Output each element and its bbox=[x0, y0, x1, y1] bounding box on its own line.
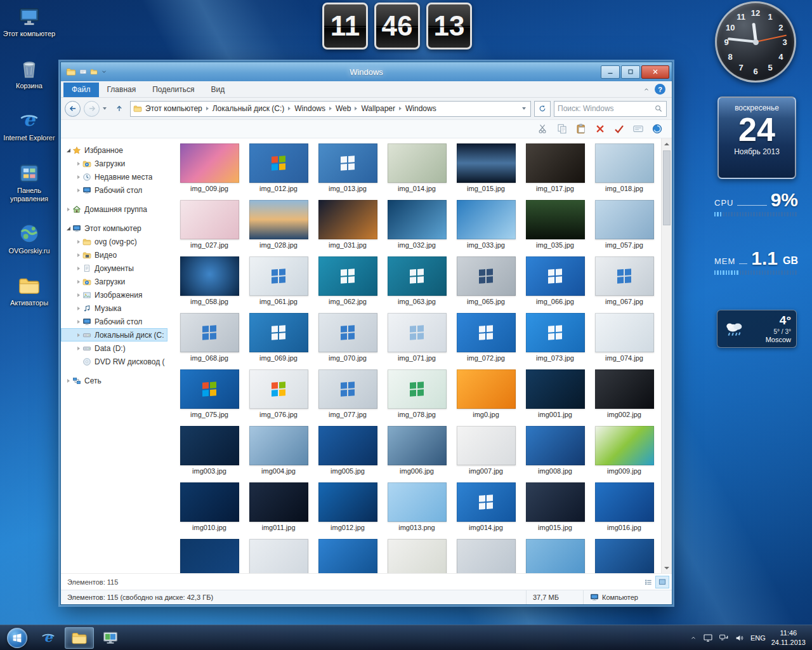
scroll-up-arrow[interactable] bbox=[662, 138, 672, 149]
file-thumbnail[interactable] bbox=[180, 143, 239, 183]
scroll-down-arrow[interactable] bbox=[662, 562, 672, 573]
file-thumbnail[interactable] bbox=[595, 426, 654, 465]
sidebar-item[interactable]: Музыка bbox=[61, 302, 167, 315]
file-thumbnail[interactable] bbox=[457, 143, 516, 183]
file-item[interactable] bbox=[384, 539, 450, 573]
sidebar-item[interactable]: Рабочий стол bbox=[61, 183, 167, 197]
file-item[interactable]: img_078.jpg bbox=[384, 369, 450, 418]
recent-pages-chevron-icon[interactable] bbox=[103, 106, 108, 112]
expanded-chevron-icon[interactable] bbox=[65, 149, 72, 152]
paste-button[interactable] bbox=[575, 123, 587, 135]
file-item[interactable]: img_069.jpg bbox=[246, 313, 311, 362]
copy-button[interactable] bbox=[556, 123, 568, 135]
breadcrumb-segment[interactable]: Локальный диск (C:) bbox=[209, 103, 288, 114]
sidebar-item[interactable]: Этот компьютер bbox=[61, 222, 167, 235]
file-thumbnail[interactable] bbox=[318, 426, 377, 465]
start-button[interactable] bbox=[3, 626, 32, 650]
file-thumbnail[interactable] bbox=[388, 369, 447, 409]
file-thumbnail[interactable] bbox=[526, 539, 585, 573]
apply-button[interactable] bbox=[613, 123, 625, 135]
file-item[interactable]: img006.jpg bbox=[384, 426, 450, 475]
file-item[interactable]: img013.png bbox=[384, 482, 450, 531]
collapsed-chevron-icon[interactable] bbox=[75, 347, 82, 350]
file-thumbnail[interactable] bbox=[526, 256, 585, 296]
cut-button[interactable] bbox=[537, 123, 549, 135]
collapsed-chevron-icon[interactable] bbox=[65, 208, 72, 211]
file-thumbnail[interactable] bbox=[180, 256, 239, 296]
file-item[interactable] bbox=[522, 539, 588, 573]
collapsed-chevron-icon[interactable] bbox=[75, 162, 82, 166]
details-view-button[interactable] bbox=[641, 576, 655, 588]
search-input[interactable] bbox=[558, 104, 654, 113]
language-indicator[interactable]: ENG bbox=[750, 634, 766, 642]
file-item[interactable] bbox=[246, 539, 311, 573]
file-item[interactable]: img_033.jpg bbox=[453, 200, 519, 249]
sidebar-item[interactable]: Недавние места bbox=[61, 170, 167, 183]
vertical-scrollbar[interactable] bbox=[661, 138, 672, 573]
file-item[interactable] bbox=[176, 539, 242, 573]
sidebar-item[interactable]: Домашняя группа bbox=[61, 202, 167, 216]
file-item[interactable]: img_072.jpg bbox=[453, 313, 519, 362]
file-thumbnail[interactable] bbox=[388, 200, 447, 239]
help-button[interactable]: ? bbox=[655, 84, 665, 95]
file-thumbnail[interactable] bbox=[595, 369, 654, 409]
file-thumbnail[interactable] bbox=[526, 143, 585, 183]
file-item[interactable]: img_013.jpg bbox=[315, 143, 381, 192]
file-thumbnail[interactable] bbox=[457, 539, 516, 573]
taskbar-internet-explorer-button[interactable]: e bbox=[34, 627, 63, 649]
taskbar-file-explorer-button[interactable] bbox=[65, 627, 94, 649]
title-bar[interactable]: Windows bbox=[61, 62, 672, 81]
desktop-icon-control-panel[interactable]: Панель управления bbox=[3, 162, 56, 203]
file-thumbnail[interactable] bbox=[388, 256, 447, 296]
file-thumbnail[interactable] bbox=[595, 539, 654, 573]
up-button[interactable] bbox=[112, 101, 127, 116]
back-button[interactable] bbox=[65, 101, 81, 117]
file-item[interactable]: img_071.jpg bbox=[384, 313, 450, 362]
breadcrumb-segment[interactable]: Этот компьютер bbox=[142, 103, 206, 114]
file-item[interactable]: img007.jpg bbox=[453, 426, 519, 475]
file-thumbnail[interactable] bbox=[457, 313, 516, 352]
file-thumbnail[interactable] bbox=[180, 426, 239, 465]
file-thumbnail[interactable] bbox=[526, 426, 585, 465]
file-thumbnail[interactable] bbox=[388, 539, 447, 573]
collapsed-chevron-icon[interactable] bbox=[65, 379, 72, 383]
file-thumbnail[interactable] bbox=[318, 539, 377, 573]
file-thumbnail[interactable] bbox=[249, 143, 308, 183]
forward-button[interactable] bbox=[84, 101, 100, 117]
collapsed-chevron-icon[interactable] bbox=[75, 333, 82, 337]
breadcrumb-segment[interactable]: Web bbox=[332, 103, 354, 114]
collapsed-chevron-icon[interactable] bbox=[75, 307, 82, 310]
taskbar-display-app-button[interactable] bbox=[96, 627, 125, 649]
file-item[interactable]: img002.jpg bbox=[591, 369, 657, 418]
collapsed-chevron-icon[interactable] bbox=[75, 293, 82, 297]
file-item[interactable]: img003.jpg bbox=[176, 426, 242, 475]
qat-dropdown-chevron-icon[interactable] bbox=[101, 69, 107, 75]
file-thumbnail[interactable] bbox=[318, 369, 377, 409]
refresh-button[interactable] bbox=[534, 101, 551, 117]
file-item[interactable]: img_017.jpg bbox=[522, 143, 588, 192]
sidebar-item[interactable]: Документы bbox=[61, 262, 167, 275]
file-thumbnail[interactable] bbox=[318, 200, 377, 239]
collapsed-chevron-icon[interactable] bbox=[75, 320, 82, 324]
file-thumbnail[interactable] bbox=[526, 313, 585, 352]
file-thumbnail[interactable] bbox=[595, 256, 654, 296]
maximize-button[interactable] bbox=[621, 65, 640, 79]
file-item[interactable]: img_061.jpg bbox=[246, 256, 311, 305]
file-thumbnail[interactable] bbox=[180, 369, 239, 409]
breadcrumb-segment[interactable]: Wallpaper bbox=[358, 103, 398, 114]
file-thumbnail[interactable] bbox=[388, 426, 447, 465]
file-item[interactable] bbox=[315, 539, 381, 573]
file-thumbnail[interactable] bbox=[249, 482, 308, 522]
address-bar[interactable]: Этот компьютерЛокальный диск (C:)Windows… bbox=[130, 101, 531, 117]
file-thumbnail[interactable] bbox=[318, 482, 377, 522]
file-thumbnail[interactable] bbox=[249, 426, 308, 465]
file-thumbnail[interactable] bbox=[180, 200, 239, 239]
file-item[interactable]: img_032.jpg bbox=[384, 200, 450, 249]
file-item[interactable]: img_063.jpg bbox=[384, 256, 450, 305]
file-item[interactable]: img_077.jpg bbox=[315, 369, 381, 418]
file-item[interactable]: img011.jpg bbox=[246, 482, 311, 531]
file-thumbnail[interactable] bbox=[595, 482, 654, 522]
desktop-icon-internet-explorer[interactable]: eInternet Explorer bbox=[3, 109, 56, 142]
file-item[interactable]: img_067.jpg bbox=[591, 256, 657, 305]
file-thumbnail[interactable] bbox=[249, 369, 308, 409]
